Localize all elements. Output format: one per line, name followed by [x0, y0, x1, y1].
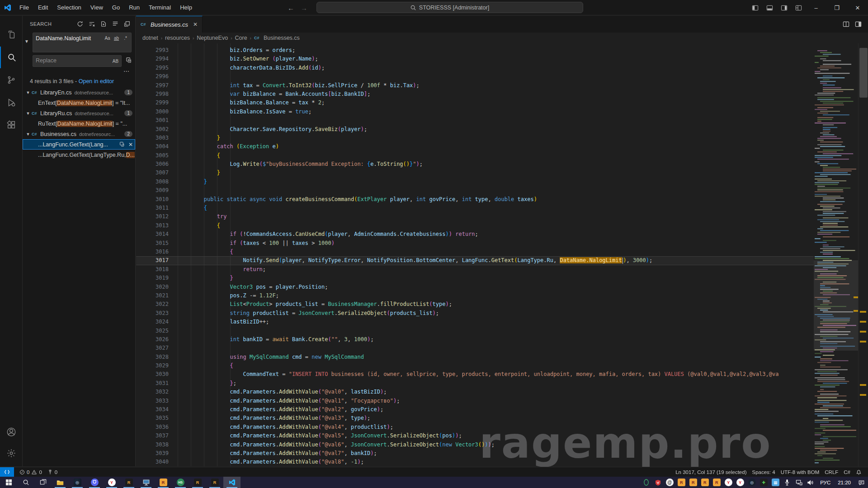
breadcrumb-item[interactable]: dotnet — [142, 35, 158, 41]
dismiss-icon[interactable]: ✕ — [128, 141, 133, 148]
code-line[interactable]: 3029{ — [136, 361, 814, 370]
line-number[interactable]: 3026 — [136, 335, 169, 344]
open-new-search-editor-icon[interactable] — [99, 19, 108, 28]
code-line[interactable]: 3004catch (Exception e) — [136, 142, 814, 151]
line-number[interactable]: 3005 — [136, 151, 169, 160]
code-line[interactable]: 3021pos.Z -= 1.12F; — [136, 291, 814, 300]
line-number[interactable]: 3004 — [136, 142, 169, 151]
code-line[interactable]: 2996 — [136, 72, 814, 81]
code-line[interactable]: 3011{ — [136, 204, 814, 212]
line-number[interactable]: 3024 — [136, 318, 169, 326]
code-line[interactable]: 3036cmd.Parameters.AddWithValue("@val4",… — [136, 423, 814, 432]
whole-word-icon[interactable]: ab — [113, 34, 120, 42]
ports-indicator[interactable]: 0 — [45, 467, 60, 477]
code-line[interactable]: 3038cmd.Parameters.AddWithValue("@val6",… — [136, 441, 814, 449]
menu-go[interactable]: Go — [108, 2, 124, 13]
code-line[interactable]: 3032cmd.Parameters.AddWithValue("@val0",… — [136, 388, 814, 396]
code-line[interactable]: 3010public static async void createBusin… — [136, 195, 814, 204]
code-line[interactable]: 3001 — [136, 116, 814, 125]
code-line[interactable]: 3009 — [136, 186, 814, 195]
customize-layout-icon[interactable] — [791, 0, 806, 15]
code-line[interactable]: 2995characterData.BizIDs.Add(id); — [136, 64, 814, 72]
code-line[interactable]: 3012try — [136, 212, 814, 221]
breadcrumb-item[interactable]: resources — [165, 35, 190, 41]
clock[interactable]: 21:20 — [834, 480, 854, 485]
toggle-search-details-icon[interactable]: ⋯ — [23, 67, 135, 75]
tray-icon-mic[interactable] — [781, 477, 793, 488]
search-result-file[interactable]: ▼C#Businesses.csdotnet\resourc...2 — [23, 129, 135, 139]
line-number[interactable]: 3010 — [136, 195, 169, 204]
taskbar-app-ramber[interactable]: R — [155, 477, 172, 488]
sidebar-item-explorer[interactable] — [0, 24, 23, 46]
code-line[interactable]: 3002Character.Save.Repository.SaveBiz(pl… — [136, 125, 814, 134]
line-number[interactable]: 2995 — [136, 64, 169, 72]
line-number[interactable]: 3006 — [136, 160, 169, 169]
taskbar-app-rdark[interactable]: R — [189, 477, 206, 488]
tray-icon-shield[interactable] — [652, 477, 664, 488]
tray-icon-steamtray[interactable]: ◎ — [746, 477, 758, 488]
open-in-editor-link[interactable]: Open in editor — [79, 78, 114, 84]
taskbar-app-winsearch[interactable] — [17, 477, 34, 488]
scrollbar-thumb[interactable] — [859, 48, 868, 98]
menu-edit[interactable]: Edit — [34, 2, 52, 13]
tray-icon-ramber[interactable]: R — [687, 477, 699, 488]
tray-icon-ramber[interactable]: R — [711, 477, 722, 488]
nav-forward-icon[interactable]: → — [301, 4, 307, 12]
minimap[interactable] — [814, 43, 858, 466]
tab-close-icon[interactable]: ✕ — [193, 21, 198, 28]
collapse-all-icon[interactable] — [111, 19, 120, 28]
sidebar-item-search[interactable] — [0, 47, 23, 68]
code-line[interactable]: 3031}; — [136, 379, 814, 388]
regex-icon[interactable]: .* — [122, 34, 129, 42]
line-number[interactable]: 3030 — [136, 370, 169, 379]
code-line[interactable]: 3037cmd.Parameters.AddWithValue("@val5",… — [136, 432, 814, 440]
code-line[interactable]: 3033cmd.Parameters.AddWithValue("@val1",… — [136, 397, 814, 405]
line-number[interactable]: 3025 — [136, 327, 169, 335]
code-line[interactable]: 3015if (taxes < 100 || taxes > 1000) — [136, 239, 814, 248]
line-number[interactable]: 3000 — [136, 108, 169, 116]
code-line[interactable]: 2998var bizBalance = Bank.Accounts[biz.B… — [136, 90, 814, 99]
menu-help[interactable]: Help — [176, 2, 196, 13]
refresh-icon[interactable] — [75, 19, 85, 28]
tray-icon-greenapp[interactable]: ✚ — [758, 477, 769, 488]
line-number[interactable]: 3035 — [136, 414, 169, 422]
line-number[interactable]: 3038 — [136, 441, 169, 449]
code-line[interactable]: 2997int tax = Convert.ToInt32(biz.SellPr… — [136, 81, 814, 90]
line-number[interactable]: 3007 — [136, 169, 169, 177]
menu-file[interactable]: File — [15, 2, 33, 13]
line-number[interactable]: 3022 — [136, 300, 169, 309]
line-number[interactable]: 3031 — [136, 379, 169, 388]
line-number[interactable]: 3013 — [136, 221, 169, 230]
line-number[interactable]: 3008 — [136, 178, 169, 186]
line-number[interactable]: 3036 — [136, 423, 169, 432]
keyboard-language[interactable]: РУС — [816, 480, 834, 485]
taskbar-app-steam[interactable]: ◎ — [69, 477, 86, 488]
code-line[interactable]: 3040cmd.Parameters.AddWithValue("@val8",… — [136, 458, 814, 466]
line-number[interactable]: 3002 — [136, 125, 169, 134]
taskbar-app-rdark[interactable]: R — [206, 477, 223, 488]
chevron-down-icon[interactable]: ▼ — [24, 111, 32, 116]
line-number[interactable]: 3021 — [136, 291, 169, 300]
chevron-down-icon[interactable]: ▼ — [24, 90, 32, 95]
search-result-match[interactable]: EnText[DataName.NalogLimit] = "It... — [23, 98, 135, 108]
line-number[interactable]: 3001 — [136, 116, 169, 125]
line-number[interactable]: 3039 — [136, 449, 169, 458]
accounts-icon[interactable] — [0, 421, 23, 443]
line-number[interactable]: 3019 — [136, 274, 169, 282]
search-result-file[interactable]: ▼C#LibraryEn.csdotnet\resource...1 — [23, 87, 135, 98]
menu-run[interactable]: Run — [125, 2, 144, 13]
replace-icon[interactable] — [119, 141, 125, 147]
code-line[interactable]: 3018return; — [136, 265, 814, 274]
code-editor[interactable]: 2993biz.Orders = orders;2994biz.SetOwner… — [136, 43, 814, 466]
code-line[interactable]: 3023string productlist = JsonConvert.Ser… — [136, 309, 814, 318]
line-number[interactable]: 2999 — [136, 99, 169, 107]
code-line[interactable]: 3025 — [136, 327, 814, 335]
code-line[interactable]: 3028using MySqlCommand cmd = new MySqlCo… — [136, 353, 814, 361]
line-number[interactable]: 2996 — [136, 72, 169, 81]
nav-back-icon[interactable]: ← — [288, 4, 294, 12]
taskbar-app-vscode[interactable] — [223, 477, 241, 488]
code-line[interactable]: 3017Notify.Send(player, NotifyType.Error… — [136, 256, 814, 265]
search-result-match[interactable]: ...LangFunc.GetText(Lang...✕ — [23, 139, 135, 150]
line-number[interactable]: 3033 — [136, 397, 169, 405]
search-result-file[interactable]: ▼C#LibraryRu.csdotnet\resource...1 — [23, 108, 135, 118]
